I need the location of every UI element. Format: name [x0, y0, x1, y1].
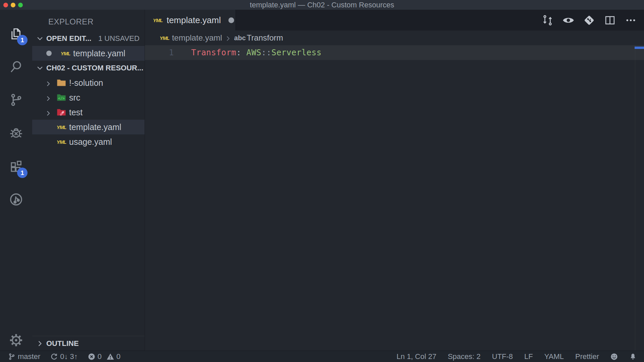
tree-item-template-yaml[interactable]: YML template.yaml [32, 120, 145, 134]
breadcrumb-file[interactable]: template.yaml [172, 33, 222, 43]
activity-bar: 1 [0, 10, 32, 351]
symbol-string-icon: abc [234, 34, 246, 42]
tree-item-label: usage.yaml [69, 137, 112, 147]
more-actions-button[interactable] [625, 14, 637, 26]
bug-icon [9, 126, 23, 141]
notifications-bell-button[interactable] [629, 353, 637, 360]
titlebar: template.yaml — Ch02 - Custom Resources [0, 0, 644, 10]
warning-icon [107, 353, 114, 360]
extensions-badge: 1 [17, 168, 28, 178]
explorer-sidebar: EXPLORER OPEN EDIT... 1 UNSAVED YML temp… [32, 10, 145, 351]
tree-item-label: template.yaml [69, 122, 121, 132]
sync-icon [50, 353, 58, 360]
formatter-item[interactable]: Prettier [575, 352, 599, 361]
open-editors-label: OPEN EDIT... [46, 34, 91, 43]
eol-item[interactable]: LF [524, 352, 533, 361]
tree-item-solution-folder[interactable]: !-solution [32, 75, 145, 90]
source-control-icon [9, 93, 23, 108]
chevron-right-icon [45, 94, 52, 101]
search-view-button[interactable] [0, 59, 32, 75]
chevron-right-icon [225, 35, 231, 41]
modified-dot-icon [46, 51, 52, 56]
problems-status-item[interactable]: 0 0 [88, 352, 121, 361]
outline-label: OUTLINE [46, 339, 79, 348]
sync-counts: 0↓ 3↑ [60, 352, 78, 361]
compare-changes-button[interactable] [542, 14, 553, 26]
warning-count: 0 [116, 352, 120, 361]
settings-button[interactable] [0, 333, 32, 349]
branch-status-item[interactable]: master [8, 352, 40, 361]
test-folder-icon [56, 108, 67, 116]
explorer-view-button[interactable]: 1 [0, 26, 32, 43]
yaml-file-icon: YML [60, 51, 71, 56]
search-icon [9, 60, 23, 75]
encoding-item[interactable]: UTF-8 [492, 352, 513, 361]
toggle-blame-eye-button[interactable] [562, 14, 574, 26]
unsaved-count-badge: 1 UNSAVED [98, 34, 140, 43]
project-section-header[interactable]: CH02 - CUSTOM RESOUR... [32, 61, 145, 75]
chevron-right-icon [45, 79, 52, 86]
status-bar: master 0↓ 3↑ 0 0 [0, 351, 644, 362]
sidebar-title: EXPLORER [32, 10, 145, 31]
chevron-right-icon [36, 340, 44, 347]
tree-item-test-folder[interactable]: test [32, 105, 145, 120]
tab-modified-dot-icon[interactable] [228, 17, 234, 23]
breadcrumbs: YML template.yaml abc Transform [145, 31, 644, 45]
tree-item-src-folder[interactable]: </> src [32, 90, 145, 105]
outline-section-header[interactable]: OUTLINE [32, 336, 145, 351]
chevron-right-icon [45, 109, 52, 116]
tree-item-usage-yaml[interactable]: YML usage.yaml [32, 134, 145, 149]
sync-status-item[interactable]: 0↓ 3↑ [50, 352, 78, 361]
feedback-smiley-button[interactable] [610, 353, 618, 360]
code-text: Transform: AWS::Serverless [191, 48, 322, 57]
tree-item-label: src [69, 93, 80, 103]
yaml-file-icon: YML [153, 17, 163, 23]
chevron-down-icon [36, 35, 44, 42]
language-mode-item[interactable]: YAML [544, 352, 564, 361]
breadcrumb-symbol[interactable]: Transform [247, 33, 283, 43]
yaml-file-icon: YML [160, 35, 169, 41]
folder-icon [56, 79, 67, 87]
source-control-view-button[interactable] [0, 93, 32, 109]
tree-item-label: test [69, 108, 83, 117]
window-title: template.yaml — Ch02 - Custom Resources [0, 1, 644, 9]
editor-region: YML template.yaml [145, 10, 644, 351]
git-logo-button[interactable] [583, 14, 595, 26]
git-graph-icon [9, 192, 23, 208]
indentation-item[interactable]: Spaces: 2 [448, 352, 481, 361]
split-editor-button[interactable] [604, 14, 616, 26]
extensions-view-button[interactable]: 1 [0, 159, 32, 175]
run-debug-view-button[interactable] [0, 126, 32, 142]
open-editor-item[interactable]: YML template.yaml [32, 46, 145, 61]
tree-item-label: !-solution [69, 78, 103, 88]
yaml-file-icon: YML [56, 124, 67, 130]
line-number: 1 [145, 48, 174, 57]
project-section-label: CH02 - CUSTOM RESOUR... [46, 64, 143, 72]
gear-icon [9, 333, 23, 349]
branch-name: master [18, 352, 40, 361]
yaml-file-icon: YML [56, 139, 67, 145]
git-graph-view-button[interactable] [0, 192, 32, 208]
svg-text:</>: </> [58, 96, 65, 101]
tab-bar: YML template.yaml [145, 10, 644, 31]
tab-template-yaml[interactable]: YML template.yaml [145, 10, 236, 31]
overview-ruler-cursor-mark [635, 47, 644, 49]
cursor-position-item[interactable]: Ln 1, Col 27 [396, 352, 436, 361]
src-folder-icon: </> [56, 94, 67, 102]
open-editor-item-label: template.yaml [73, 49, 125, 58]
git-branch-icon [8, 353, 15, 360]
explorer-badge: 1 [17, 35, 28, 45]
error-count: 0 [98, 352, 102, 361]
tab-label: template.yaml [167, 15, 221, 25]
chevron-down-icon [36, 64, 44, 72]
scrollbar-track[interactable] [635, 45, 635, 351]
code-editor[interactable]: 1 Transform: AWS::Serverless [145, 45, 644, 351]
error-icon [88, 353, 95, 360]
editor-actions [542, 10, 644, 31]
code-line-1[interactable]: 1 Transform: AWS::Serverless [145, 45, 644, 60]
vscode-window: template.yaml — Ch02 - Custom Resources … [0, 0, 644, 362]
open-editors-section-header[interactable]: OPEN EDIT... 1 UNSAVED [32, 31, 145, 46]
